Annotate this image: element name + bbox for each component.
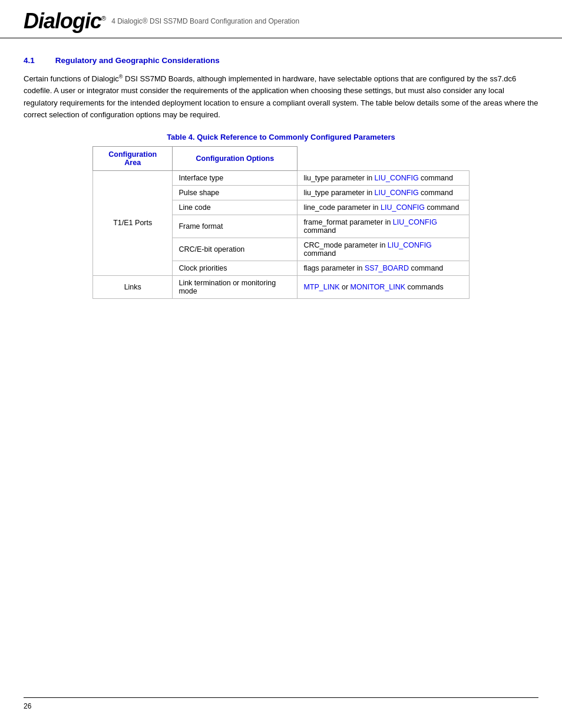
- sub-interface-type: Interface type: [173, 170, 297, 185]
- section-heading: 4.1 Regulatory and Geographic Considerat…: [24, 56, 538, 65]
- col1-header: Configuration Area: [93, 146, 173, 170]
- area-t1e1: T1/E1 Ports: [93, 170, 173, 275]
- sub-crc-ebit: CRC/E-bit operation: [173, 238, 297, 261]
- sub-clock-priorities: Clock priorities: [173, 261, 297, 275]
- liu-config-link-1[interactable]: LIU_CONFIG: [375, 174, 419, 182]
- option-link-termination: MTP_LINK or MONITOR_LINK commands: [297, 275, 470, 298]
- liu-config-link-2[interactable]: LIU_CONFIG: [375, 189, 419, 197]
- option-interface-type: liu_type parameter in LIU_CONFIG command: [297, 170, 470, 185]
- sub-frame-format: Frame format: [173, 215, 297, 238]
- body-paragraph: Certain functions of Dialogic® DSI SS7MD…: [24, 73, 538, 121]
- table-caption: Table 4. Quick Reference to Commonly Con…: [24, 133, 538, 141]
- liu-config-link-5[interactable]: LIU_CONFIG: [388, 241, 432, 249]
- liu-config-link-4[interactable]: LIU_CONFIG: [393, 218, 437, 226]
- area-links: Links: [93, 275, 173, 298]
- option-frame-format: frame_format parameter in LIU_CONFIG com…: [297, 215, 470, 238]
- sub-link-termination: Link termination or monitoring mode: [173, 275, 297, 298]
- sub-line-code: Line code: [173, 200, 297, 215]
- option-pulse-shape: liu_type parameter in LIU_CONFIG command: [297, 185, 470, 200]
- page-footer: 26: [24, 697, 538, 710]
- col2-header: Configuration Options: [173, 146, 297, 170]
- option-clock-priorities: flags parameter in SS7_BOARD command: [297, 261, 470, 275]
- monitor-link-link[interactable]: MONITOR_LINK: [351, 283, 406, 291]
- mtp-link-link[interactable]: MTP_LINK: [303, 283, 339, 291]
- page-number: 26: [24, 702, 31, 710]
- option-line-code: line_code parameter in LIU_CONFIG comman…: [297, 200, 470, 215]
- logo: Dialogic®: [24, 11, 105, 32]
- table-row: T1/E1 Ports Interface type liu_type para…: [93, 170, 470, 185]
- logo-container: Dialogic®: [24, 11, 105, 32]
- liu-config-link-3[interactable]: LIU_CONFIG: [381, 203, 425, 212]
- config-table: Configuration Area Configuration Options…: [92, 146, 470, 299]
- page-header: Dialogic® 4 Dialogic® DSI SS7MD Board Co…: [0, 0, 562, 38]
- page: Dialogic® 4 Dialogic® DSI SS7MD Board Co…: [0, 0, 562, 728]
- table-row: Links Link termination or monitoring mod…: [93, 275, 470, 298]
- header-subtitle: 4 Dialogic® DSI SS7MD Board Configuratio…: [111, 17, 299, 25]
- section-title: Regulatory and Geographic Considerations: [55, 56, 220, 65]
- main-content: 4.1 Regulatory and Geographic Considerat…: [0, 38, 562, 340]
- section-number: 4.1: [24, 56, 53, 65]
- ss7-board-link[interactable]: SS7_BOARD: [365, 264, 409, 272]
- sub-pulse-shape: Pulse shape: [173, 185, 297, 200]
- option-crc-ebit: CRC_mode parameter in LIU_CONFIG command: [297, 238, 470, 261]
